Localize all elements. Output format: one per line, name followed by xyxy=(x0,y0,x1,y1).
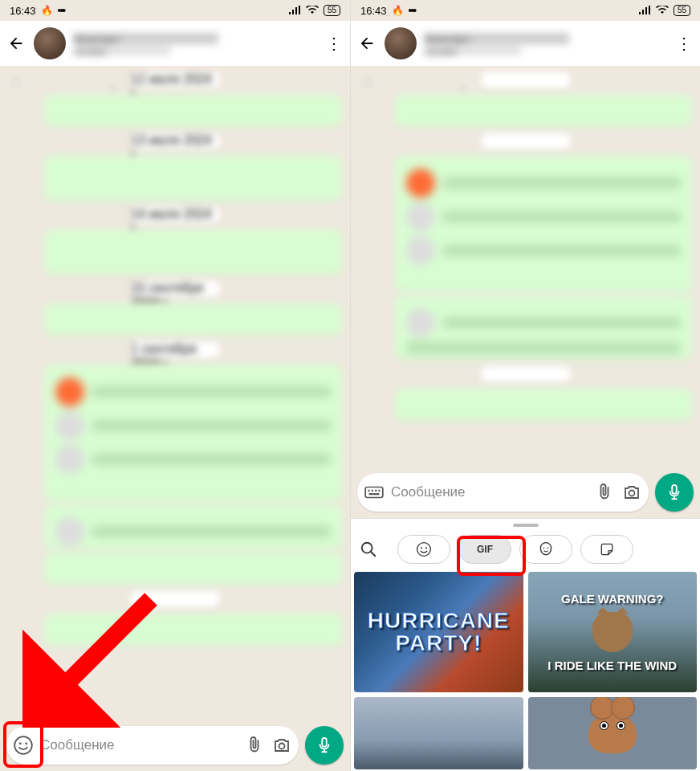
message-bubble[interactable] xyxy=(44,95,342,127)
date-chip: 1 сентября 2024 г. xyxy=(131,342,219,358)
svg-rect-7 xyxy=(372,490,373,492)
tab-gif[interactable]: GIF xyxy=(458,535,511,564)
status-time: 16:43 xyxy=(360,5,387,17)
date-chip xyxy=(131,591,219,607)
keyboard-button[interactable] xyxy=(364,482,385,503)
date-chip: 12 июля 2024 г. xyxy=(131,72,219,88)
attach-button[interactable] xyxy=(594,482,615,503)
svg-point-18 xyxy=(547,548,549,549)
svg-point-2 xyxy=(25,742,27,744)
wifi-icon xyxy=(306,6,319,15)
svg-rect-10 xyxy=(369,493,380,495)
contact-status: онлайн xyxy=(425,47,521,55)
contact-info[interactable]: Контакт онлайн xyxy=(74,33,316,55)
phone-right: 16:43 🔥 ••• 55 Контакт онлайн ⋮ xyxy=(350,0,700,771)
gif-thumbnail[interactable]: GALE WARNING? I RIDE LIKE THE WIND xyxy=(528,572,698,692)
date-chip xyxy=(482,366,570,382)
sticker-icon xyxy=(599,541,615,557)
contact-name: Контакт xyxy=(425,33,569,44)
gif-label: GIF xyxy=(477,544,493,555)
battery-icon: 55 xyxy=(674,5,690,16)
wifi-icon xyxy=(656,6,669,15)
message-placeholder: Сообщение xyxy=(40,737,238,753)
message-bubble[interactable] xyxy=(44,304,342,336)
emoji-icon xyxy=(416,541,432,557)
svg-point-15 xyxy=(421,547,422,549)
chat-area[interactable] xyxy=(351,66,700,481)
contact-avatar[interactable] xyxy=(385,27,417,59)
svg-point-1 xyxy=(19,742,22,744)
back-button[interactable] xyxy=(6,35,26,52)
input-bar: Сообщение xyxy=(0,720,350,771)
emoji-button[interactable] xyxy=(13,735,34,756)
message-input-field[interactable]: Сообщение xyxy=(6,726,299,765)
svg-point-3 xyxy=(279,744,285,749)
svg-rect-6 xyxy=(368,490,369,492)
camera-button[interactable] xyxy=(271,735,292,756)
panel-handle[interactable] xyxy=(513,524,539,527)
message-bubble[interactable] xyxy=(44,230,342,275)
message-bubble-audio[interactable] xyxy=(395,296,692,360)
mic-button[interactable] xyxy=(305,726,344,765)
message-bubble[interactable] xyxy=(395,389,692,421)
date-chip: 13 июля 2024 г. xyxy=(131,133,219,149)
message-bubble-media[interactable] xyxy=(395,156,692,292)
phone-left: 16:43 🔥 ••• 55 Контакт онлайн ⋮ 12 июля … xyxy=(0,0,350,771)
flame-icon: 🔥 xyxy=(41,5,53,16)
menu-button[interactable]: ⋮ xyxy=(324,34,344,53)
avatar-face-icon xyxy=(538,541,554,557)
menu-button[interactable]: ⋮ xyxy=(674,34,694,53)
tab-avatar[interactable] xyxy=(519,535,572,564)
notification-dots-icon: ••• xyxy=(58,4,65,17)
mic-button[interactable] xyxy=(655,473,694,512)
date-chip xyxy=(482,72,570,88)
date-chip xyxy=(482,133,570,149)
contact-info[interactable]: Контакт онлайн xyxy=(425,33,666,55)
date-chip: 14 июля 2024 г. xyxy=(131,207,219,223)
gif-thumbnail[interactable] xyxy=(354,697,523,769)
search-button[interactable] xyxy=(359,540,378,559)
message-bubble-audio[interactable] xyxy=(44,553,342,585)
message-bubble-audio[interactable] xyxy=(44,504,342,549)
svg-point-0 xyxy=(14,736,32,754)
message-bubble[interactable] xyxy=(44,614,342,646)
input-bar: Сообщение xyxy=(351,467,700,518)
svg-point-14 xyxy=(417,543,431,557)
date-chip: 15 сентября 2024 г. xyxy=(131,281,219,297)
message-bubble[interactable] xyxy=(395,95,692,127)
chat-area[interactable]: 12 июля 2024 г. 13 июля 2024 г. 14 июля … xyxy=(0,66,350,726)
attach-button[interactable] xyxy=(244,735,265,756)
signal-icon xyxy=(638,6,651,15)
battery-icon: 55 xyxy=(324,5,340,16)
flame-icon: 🔥 xyxy=(392,5,404,16)
tab-emoji[interactable] xyxy=(397,535,450,564)
contact-name: Контакт xyxy=(74,33,218,44)
tab-sticker[interactable] xyxy=(580,535,633,564)
message-bubble-media[interactable] xyxy=(44,365,342,501)
svg-point-16 xyxy=(425,547,427,549)
message-placeholder: Сообщение xyxy=(391,484,588,500)
chat-header: Контакт онлайн ⋮ xyxy=(351,21,700,66)
contact-status: онлайн xyxy=(74,47,170,55)
notification-dots-icon: ••• xyxy=(409,4,416,17)
svg-point-11 xyxy=(629,491,635,496)
chat-header: Контакт онлайн ⋮ xyxy=(0,21,350,66)
svg-rect-8 xyxy=(375,490,376,492)
gif-thumbnail[interactable] xyxy=(528,697,698,769)
status-bar: 16:43 🔥 ••• 55 xyxy=(0,0,350,21)
signal-icon xyxy=(288,6,301,15)
back-button[interactable] xyxy=(357,35,376,52)
status-bar: 16:43 🔥 ••• 55 xyxy=(351,0,700,21)
panel-tabs-row: GIF xyxy=(351,530,700,569)
emoji-panel: GIF HURRICANEPARTY! GALE WARNING? xyxy=(351,518,700,771)
message-bubble[interactable] xyxy=(44,156,342,201)
gif-thumbnail[interactable]: HURRICANEPARTY! xyxy=(354,572,523,692)
contact-avatar[interactable] xyxy=(34,27,66,59)
svg-rect-5 xyxy=(365,487,383,498)
svg-line-13 xyxy=(371,552,376,557)
gif-grid: HURRICANEPARTY! GALE WARNING? I RIDE LIK… xyxy=(351,569,700,769)
message-input-field[interactable]: Сообщение xyxy=(357,473,649,512)
camera-button[interactable] xyxy=(621,482,642,503)
svg-rect-9 xyxy=(378,490,380,492)
status-time: 16:43 xyxy=(10,5,36,17)
